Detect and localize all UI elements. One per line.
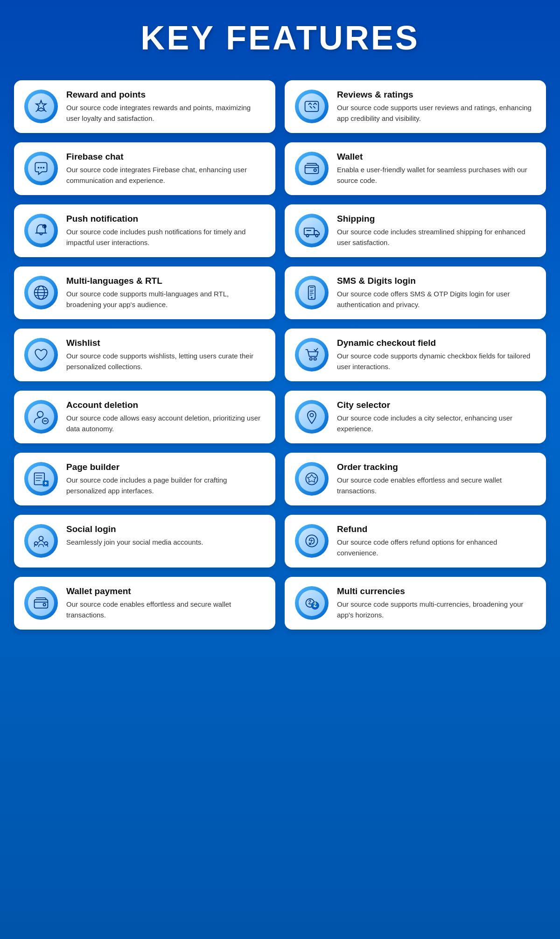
page-title: KEY FEATURES	[14, 19, 546, 57]
feature-desc-refund: Our source code offers refund options fo…	[337, 537, 536, 558]
feature-card-page-builder: Page builderOur source code includes a p…	[14, 453, 275, 505]
feature-icon-city-selector	[295, 400, 329, 434]
feature-desc-reward-points: Our source code integrates rewards and p…	[66, 103, 265, 124]
feature-desc-firebase-chat: Our source code integrates Firebase chat…	[66, 165, 265, 186]
feature-icon-social-login	[24, 524, 58, 558]
feature-desc-wallet: Enabla e user-friendly wallet for seamle…	[337, 165, 536, 186]
feature-desc-sms-digits-login: Our source code offers SMS & OTP Digits …	[337, 289, 536, 310]
feature-desc-page-builder: Our source code includes a page builder …	[66, 475, 265, 496]
feature-icon-refund	[295, 524, 329, 558]
feature-title-reviews-ratings: Reviews & ratings	[337, 90, 536, 100]
feature-title-wallet: Wallet	[337, 152, 536, 162]
feature-title-refund: Refund	[337, 524, 536, 534]
svg-rect-8	[304, 228, 315, 235]
feature-card-order-tracking: Order trackingOur source code enables ef…	[285, 453, 546, 505]
svg-point-17	[37, 411, 43, 417]
feature-title-multi-currencies: Multi currencies	[337, 586, 536, 596]
feature-desc-wishlist: Our source code supports wishlists, lett…	[66, 351, 265, 372]
feature-card-account-deletion: Account deletionOur source code allows e…	[14, 391, 275, 443]
feature-card-multi-languages: Multi-languages & RTLOur source code sup…	[14, 266, 275, 319]
svg-point-23	[39, 536, 43, 540]
feature-icon-wallet	[295, 152, 329, 185]
svg-point-2	[40, 167, 42, 168]
svg-point-5	[314, 169, 316, 171]
feature-card-wallet: WalletEnabla e user-friendly wallet for …	[285, 142, 546, 195]
feature-icon-wallet-payment	[24, 586, 58, 620]
feature-desc-shipping: Our source code includes streamlined shi…	[337, 227, 536, 248]
feature-title-push-notification: Push notification	[66, 214, 265, 224]
feature-desc-wallet-payment: Our source code enables effortless and s…	[66, 599, 265, 620]
feature-icon-shipping	[295, 214, 329, 247]
feature-title-sms-digits-login: SMS & Digits login	[337, 276, 536, 286]
feature-title-account-deletion: Account deletion	[66, 400, 265, 410]
svg-point-3	[43, 167, 45, 168]
feature-desc-multi-languages: Our source code supports multi-languages…	[66, 289, 265, 310]
feature-card-wallet-payment: Wallet paymentOur source code enables ef…	[14, 577, 275, 630]
feature-title-wishlist: Wishlist	[66, 338, 265, 348]
feature-card-social-login: Social loginSeamlessly join your social …	[14, 515, 275, 568]
svg-point-14	[311, 297, 313, 299]
feature-title-firebase-chat: Firebase chat	[66, 152, 265, 162]
svg-text:!: !	[43, 225, 44, 229]
feature-card-dynamic-checkout: Dynamic checkout fieldOur source code su…	[285, 329, 546, 381]
feature-card-wishlist: WishlistOur source code supports wishlis…	[14, 329, 275, 381]
feature-icon-push-notification: !	[24, 214, 58, 247]
feature-card-reviews-ratings: Reviews & ratingsOur source code support…	[285, 80, 546, 133]
feature-icon-reward-points	[24, 90, 58, 123]
feature-title-page-builder: Page builder	[66, 462, 265, 472]
feature-icon-reviews-ratings	[295, 90, 329, 123]
feature-title-dynamic-checkout: Dynamic checkout field	[337, 338, 536, 348]
svg-point-16	[314, 357, 316, 360]
feature-icon-order-tracking	[295, 462, 329, 496]
feature-title-wallet-payment: Wallet payment	[66, 586, 265, 596]
feature-desc-push-notification: Our source code includes push notificati…	[66, 227, 265, 248]
feature-icon-dynamic-checkout	[295, 338, 329, 371]
feature-card-shipping: ShippingOur source code includes streaml…	[285, 204, 546, 257]
feature-card-city-selector: City selectorOur source code includes a …	[285, 391, 546, 443]
feature-icon-multi-languages	[24, 276, 58, 309]
feature-title-social-login: Social login	[66, 524, 265, 534]
feature-card-firebase-chat: Firebase chatOur source code integrates …	[14, 142, 275, 195]
svg-point-26	[306, 535, 317, 547]
feature-card-refund: RefundOur source code offers refund opti…	[285, 515, 546, 568]
svg-point-10	[315, 234, 318, 237]
feature-desc-multi-currencies: Our source code supports multi-currencie…	[337, 599, 536, 620]
svg-point-28	[43, 603, 46, 606]
feature-card-multi-currencies: Multi currenciesOur source code supports…	[285, 577, 546, 630]
feature-card-sms-digits-login: SMS & Digits loginOur source code offers…	[285, 266, 546, 319]
feature-desc-reviews-ratings: Our source code supports user reviews an…	[337, 103, 536, 124]
feature-icon-wishlist	[24, 338, 58, 371]
feature-title-multi-languages: Multi-languages & RTL	[66, 276, 265, 286]
feature-icon-account-deletion	[24, 400, 58, 434]
feature-desc-dynamic-checkout: Our source code supports dynamic checkbo…	[337, 351, 536, 372]
features-grid: Reward and pointsOur source code integra…	[14, 80, 546, 630]
feature-title-order-tracking: Order tracking	[337, 462, 536, 472]
feature-card-reward-points: Reward and pointsOur source code integra…	[14, 80, 275, 133]
feature-card-push-notification: ! Push notificationOur source code inclu…	[14, 204, 275, 257]
svg-point-9	[306, 234, 308, 237]
svg-point-1	[38, 167, 40, 168]
feature-desc-account-deletion: Our source code allows easy account dele…	[66, 413, 265, 434]
feature-title-city-selector: City selector	[337, 400, 536, 410]
feature-icon-firebase-chat	[24, 152, 58, 185]
feature-icon-multi-currencies	[295, 586, 329, 620]
feature-desc-city-selector: Our source code includes a city selector…	[337, 413, 536, 434]
feature-icon-page-builder	[24, 462, 58, 496]
svg-point-19	[310, 413, 313, 417]
feature-desc-order-tracking: Our source code enables effortless and s…	[337, 475, 536, 496]
feature-desc-social-login: Seamlessly join your social media accoun…	[66, 537, 265, 548]
svg-point-15	[310, 357, 312, 360]
svg-rect-0	[305, 101, 319, 112]
feature-title-shipping: Shipping	[337, 214, 536, 224]
feature-icon-sms-digits-login	[295, 276, 329, 309]
feature-title-reward-points: Reward and points	[66, 90, 265, 100]
